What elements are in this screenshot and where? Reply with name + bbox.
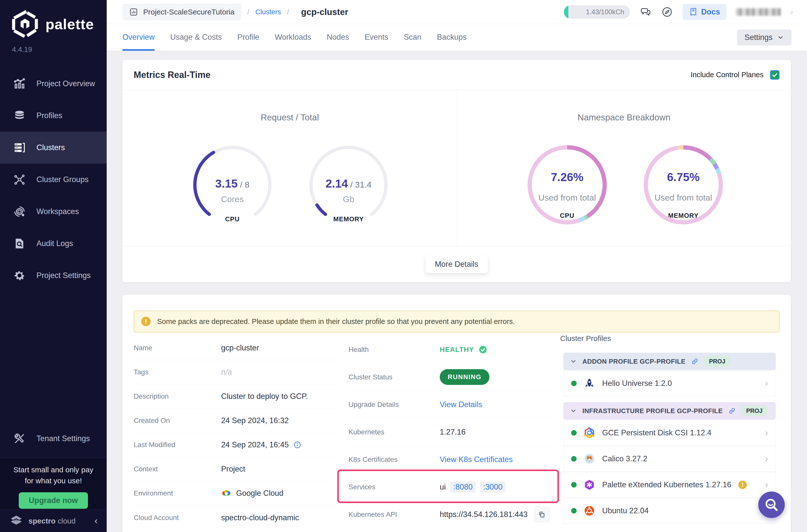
detail-row-kubernetes: Kubernetes 1.27.16 xyxy=(349,418,553,446)
docs-button[interactable]: Docs xyxy=(682,4,727,20)
chevron-right-icon: › xyxy=(765,428,768,438)
gce-persistent-disk-icon xyxy=(584,427,595,439)
addon-profile-label: ADDON PROFILE GCP-PROFILE xyxy=(582,358,686,365)
chat-button[interactable] xyxy=(640,6,652,18)
compass-icon xyxy=(661,6,673,18)
deprecation-warning-banner: ! Some packs are deprecated. Please upda… xyxy=(134,310,780,332)
tab-events[interactable]: Events xyxy=(364,24,388,51)
user-menu[interactable] xyxy=(736,8,781,16)
upgrade-promo: Start small and only pay for what you us… xyxy=(0,458,107,510)
detail-row-context: Context Project xyxy=(134,457,339,481)
orbit-icon xyxy=(13,205,26,218)
profile-pack-hello-universe[interactable]: Hello Universe 1.2.0 › xyxy=(563,370,776,396)
metrics-card-header: Metrics Real-Time Include Control Planes xyxy=(123,60,791,90)
detail-row-upgrade-details: Upgrade Details View Details xyxy=(349,391,553,418)
running-status-badge: RUNNING xyxy=(440,369,489,385)
profile-pack-palette-extended-kubernetes[interactable]: Palette eXtended Kubernetes 1.27.16 ! › xyxy=(563,472,776,497)
view-k8s-certificates-link[interactable]: View K8s Certificates xyxy=(440,455,513,464)
more-details-button[interactable]: More Details xyxy=(426,255,488,273)
addon-profile-header[interactable]: ADDON PROFILE GCP-PROFILE PROJ xyxy=(563,353,776,370)
sidebar-item-project-overview[interactable]: Project Overview xyxy=(0,68,107,100)
info-icon[interactable] xyxy=(293,441,301,449)
sidebar-item-profiles[interactable]: Profiles xyxy=(0,100,107,132)
include-control-planes: Include Control Planes xyxy=(691,70,780,80)
cluster-overview-card: ! Some packs are deprecated. Please upda… xyxy=(123,295,791,532)
view-details-link[interactable]: View Details xyxy=(440,400,482,409)
sidebar-collapse-button[interactable]: ‹ xyxy=(94,515,98,526)
breadcrumb-clusters-link[interactable]: Clusters xyxy=(255,8,281,16)
tab-scan[interactable]: Scan xyxy=(404,24,421,51)
metrics-body: Request / Total Namespace Breakdown 3.15… xyxy=(123,90,791,246)
service-port-8080-link[interactable]: :8080 xyxy=(450,481,476,493)
page-title: gcp-cluster xyxy=(301,7,348,17)
brand-name: palette xyxy=(45,16,94,33)
project-name: Project-ScaleSecureTutoria xyxy=(143,8,234,16)
cpu-namespace-donut: 7.26% Used from total CPU xyxy=(522,140,612,230)
service-name: ui xyxy=(440,482,446,492)
project-chart-icon xyxy=(129,7,138,17)
tab-overview[interactable]: Overview xyxy=(123,24,155,51)
cluster-tabs: Overview Usage & Costs Profile Workloads… xyxy=(107,24,807,51)
sidebar-item-label: Project Settings xyxy=(36,271,91,280)
sidebar-item-label: Workspaces xyxy=(36,207,79,216)
detail-row-last-modified: Last Modified 24 Sep 2024, 16:45 xyxy=(134,433,339,457)
copy-api-url-button[interactable] xyxy=(534,507,550,522)
proj-scope-badge: PROJ xyxy=(704,356,730,367)
chevron-right-icon: › xyxy=(765,454,768,464)
pack-warning-icon: ! xyxy=(738,480,747,489)
calico-icon xyxy=(584,453,595,464)
include-control-planes-label: Include Control Planes xyxy=(691,71,764,79)
chevron-right-icon: › xyxy=(765,479,768,490)
pack-status-dot xyxy=(571,430,577,436)
kubernetes-api-url: https://34.54.126.181:443 xyxy=(440,510,528,519)
project-selector[interactable]: Project-ScaleSecureTutoria xyxy=(123,4,241,20)
layers-icon xyxy=(13,109,26,122)
chat-bubbles-icon xyxy=(640,6,651,18)
sidebar-tenant-settings-wrap: Tenant Settings xyxy=(0,423,107,455)
upgrade-now-button[interactable]: Upgrade now xyxy=(19,492,88,509)
infrastructure-profile-header[interactable]: INFRASTRUCTURE PROFILE GCP-PROFILE PROJ xyxy=(563,402,776,420)
hello-universe-icon xyxy=(584,378,595,389)
support-search-fab[interactable] xyxy=(758,492,785,518)
tab-usage-costs[interactable]: Usage & Costs xyxy=(170,24,222,51)
pack-status-dot xyxy=(571,508,577,514)
pack-status-dot xyxy=(571,456,577,461)
detail-row-name: Name gcp-cluster xyxy=(134,336,339,360)
detail-row-cloud-account: Cloud Account spectro-cloud-dynamic xyxy=(134,506,339,530)
sidebar-item-audit-logs[interactable]: Audit Logs xyxy=(0,228,107,260)
sidebar-item-label: Clusters xyxy=(36,143,65,152)
tools-icon xyxy=(13,432,26,445)
profile-pack-gce-persistent-disk[interactable]: GCE Persistent Disk CSI 1.12.4 › xyxy=(563,420,776,445)
sidebar-item-workspaces[interactable]: Workspaces xyxy=(0,195,107,228)
chevron-right-icon: › xyxy=(765,378,768,388)
settings-dropdown-button[interactable]: Settings xyxy=(737,30,791,45)
tab-workloads[interactable]: Workloads xyxy=(275,24,311,51)
usage-meter-text: 1.43/100kCh xyxy=(586,5,624,19)
cpu-gauge: 3.15 / 8 Cores CPU xyxy=(187,140,277,230)
include-control-planes-checkbox[interactable] xyxy=(770,70,780,80)
palette-extended-kubernetes-icon xyxy=(584,479,595,491)
detail-row-tags: Tags n/a xyxy=(134,360,339,384)
tab-nodes[interactable]: Nodes xyxy=(327,24,349,51)
profile-pack-ubuntu[interactable]: Ubuntu 22.04 › xyxy=(563,498,776,524)
profile-pack-calico[interactable]: Calico 3.27.2 › xyxy=(563,446,776,472)
explore-button[interactable] xyxy=(661,6,673,18)
tab-backups[interactable]: Backups xyxy=(437,24,467,51)
sidebar-item-tenant-settings[interactable]: Tenant Settings xyxy=(0,423,107,455)
promo-text: Start small and only pay for what you us… xyxy=(0,458,107,486)
breadcrumb-separator: / xyxy=(247,8,249,16)
sidebar-item-project-settings[interactable]: Project Settings xyxy=(0,260,107,291)
sidebar-nav: Project Overview Profiles Clusters Clust… xyxy=(0,68,107,291)
check-icon xyxy=(771,72,778,78)
app-version: 4.4.19 xyxy=(0,38,107,54)
topbar: Project-ScaleSecureTutoria / Clusters / … xyxy=(107,0,807,24)
sidebar-item-cluster-groups[interactable]: Cluster Groups xyxy=(0,164,107,195)
healthy-check-icon xyxy=(478,345,487,354)
usage-meter: 1.43/100kCh xyxy=(564,5,630,19)
sidebar-item-clusters[interactable]: Clusters xyxy=(0,132,107,164)
tab-profile[interactable]: Profile xyxy=(237,24,259,51)
proj-scope-badge: PROJ xyxy=(741,405,768,416)
warning-text: Some packs are deprecated. Please update… xyxy=(157,318,515,326)
gear-icon xyxy=(13,269,26,282)
service-port-3000-link[interactable]: :3000 xyxy=(480,481,506,493)
